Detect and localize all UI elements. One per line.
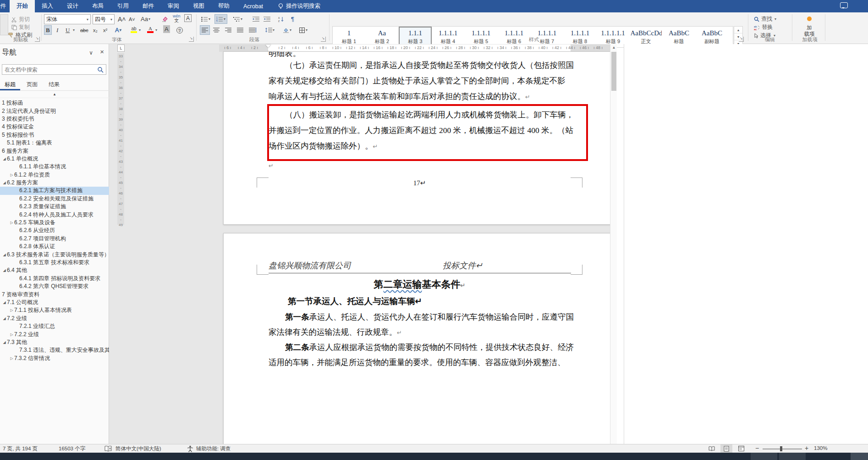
- paragraph-dialog-launcher[interactable]: ↘: [321, 37, 326, 42]
- font-family-combo[interactable]: 宋体▾: [44, 14, 91, 24]
- font-color-button[interactable]: A: [146, 25, 155, 34]
- shrink-font-button[interactable]: A˅: [127, 14, 137, 24]
- font-color-dropdown[interactable]: ▾: [155, 28, 157, 32]
- tell-me-search[interactable]: 操作说明搜索: [278, 0, 320, 12]
- chevron-down-icon[interactable]: ∨: [89, 50, 93, 56]
- grow-font-button[interactable]: A˄: [116, 14, 127, 24]
- italic-button[interactable]: I: [55, 25, 60, 35]
- clipboard-dialog-launcher[interactable]: ↘: [35, 37, 40, 42]
- tab-stop-selector[interactable]: L: [117, 44, 125, 52]
- superscript-button[interactable]: x²: [102, 25, 109, 35]
- web-layout-button[interactable]: [735, 444, 747, 453]
- distribute-button[interactable]: [247, 25, 258, 35]
- nav-heading-item[interactable]: 5 投标报价书: [0, 131, 109, 139]
- font-size-combo[interactable]: 四号▾: [93, 14, 115, 24]
- nav-heading-item[interactable]: 6.4.1 第四章 招标说明及资料要求: [0, 275, 109, 283]
- phonetic-guide-button[interactable]: wén文: [171, 13, 182, 23]
- comment-icon[interactable]: [840, 2, 848, 8]
- expanded-arrow-icon[interactable]: ◢: [2, 268, 7, 272]
- nav-heading-item[interactable]: ▷7.1.1 投标人基本情况表: [0, 306, 109, 314]
- expanded-arrow-icon[interactable]: ◢: [2, 300, 7, 305]
- highlight-dropdown[interactable]: ▾: [139, 28, 141, 32]
- character-border-button[interactable]: A: [184, 14, 192, 22]
- expanded-arrow-icon[interactable]: ◢: [2, 157, 7, 161]
- ribbon-tab-视图[interactable]: 视图: [186, 0, 211, 12]
- underline-button[interactable]: U: [64, 25, 71, 35]
- ribbon-tab-Acrobat[interactable]: Acrobat: [236, 0, 270, 12]
- collapsed-arrow-icon[interactable]: ▷: [9, 308, 14, 312]
- text-effects-button[interactable]: A▾: [114, 25, 123, 35]
- zoom-level[interactable]: 130%: [814, 445, 827, 451]
- ribbon-tab-邮件[interactable]: 邮件: [136, 0, 161, 12]
- bold-button[interactable]: B: [44, 25, 52, 35]
- word-count-status[interactable]: 16503 个字: [59, 445, 85, 452]
- document-page-1[interactable]: 明细表。 （七）承运责任期间，是指承运人自接受货物起至将货物交付收货人（包括按照…: [223, 51, 615, 225]
- align-left-button[interactable]: [200, 25, 210, 35]
- expanded-arrow-icon[interactable]: ◢: [2, 340, 7, 344]
- nav-heading-item[interactable]: 7 资格审查资料: [0, 290, 109, 298]
- zoom-slider-thumb[interactable]: [780, 446, 782, 451]
- nav-tab-页面[interactable]: 页面: [22, 79, 42, 90]
- font-dialog-launcher[interactable]: ↘: [189, 37, 194, 42]
- read-mode-button[interactable]: [706, 444, 718, 453]
- nav-heading-item[interactable]: 6.2.6 从业经历: [0, 227, 109, 234]
- nav-heading-item[interactable]: ◢6.4 其他: [0, 266, 109, 274]
- zoom-in-button[interactable]: +: [805, 444, 808, 452]
- sort-button[interactable]: AZ: [277, 14, 286, 24]
- character-shading-button[interactable]: A: [163, 25, 170, 33]
- nav-heading-item[interactable]: 6.3.1 第五章 技术标准和要求: [0, 259, 109, 266]
- bullets-button[interactable]: ▾: [200, 14, 212, 24]
- document-search-input[interactable]: [2, 67, 97, 73]
- nav-heading-item[interactable]: 6.2.3 质量保证措施: [0, 203, 109, 211]
- ribbon-tab-引用[interactable]: 引用: [110, 0, 136, 12]
- nav-heading-item[interactable]: 3 授权委托书: [0, 115, 109, 123]
- accessibility-status[interactable]: 辅助功能: 调查: [196, 445, 231, 452]
- align-center-button[interactable]: [212, 25, 221, 35]
- nav-heading-item[interactable]: 7.3.1 违法、违规、重大安全事故及其他不良...: [0, 346, 109, 354]
- collapsed-arrow-icon[interactable]: ▷: [9, 333, 14, 337]
- nav-heading-item[interactable]: 2 法定代表人身份证明: [0, 107, 109, 115]
- nav-heading-item[interactable]: ▷6.1.2 单位资质: [0, 171, 109, 179]
- scroll-up-icon[interactable]: ▲: [610, 44, 617, 51]
- highlight-button[interactable]: ab: [129, 25, 138, 34]
- strikethrough-button[interactable]: abc: [79, 25, 90, 35]
- line-spacing-button[interactable]: ▾: [264, 25, 276, 35]
- ribbon-tab-帮助[interactable]: 帮助: [211, 0, 236, 12]
- numbering-button[interactable]: 123▾: [214, 14, 227, 24]
- language-status[interactable]: 简体中文(中国大陆): [115, 445, 161, 452]
- vertical-scrollbar[interactable]: ▲: [610, 44, 617, 444]
- nav-heading-item[interactable]: ▷7.3.2 信誉情况: [0, 355, 109, 362]
- ribbon-tab-布局[interactable]: 布局: [85, 0, 110, 12]
- multilevel-list-button[interactable]: ▾: [232, 14, 244, 24]
- horizontal-ruler[interactable]: ı 6 ıı 4 ıı 2 ıı 2 ıı 4 ıı 6 ıı 8 ıı 10 …: [219, 44, 616, 52]
- justify-button[interactable]: [236, 25, 245, 35]
- zoom-slider-track[interactable]: [763, 449, 802, 449]
- styles-dialog-launcher[interactable]: ↘: [739, 37, 744, 42]
- nav-tab-标题[interactable]: 标题: [0, 79, 20, 90]
- addins-button[interactable]: 加 载项: [799, 16, 819, 37]
- underline-dropdown[interactable]: ▾: [73, 28, 75, 32]
- proofing-icon[interactable]: [104, 446, 112, 452]
- nav-heading-item[interactable]: ◢7.3 其他: [0, 338, 109, 346]
- gallery-up-icon[interactable]: ▴: [734, 27, 742, 33]
- nav-heading-item[interactable]: 6.2.1 施工方案与技术措施: [0, 187, 109, 194]
- expanded-arrow-icon[interactable]: ◢: [2, 253, 7, 257]
- decrease-indent-button[interactable]: [251, 14, 261, 24]
- ribbon-tab-文件[interactable]: 文件: [0, 0, 10, 12]
- replace-button[interactable]: abac 替换: [753, 23, 774, 32]
- expanded-arrow-icon[interactable]: ◢: [2, 316, 7, 321]
- vertical-ruler[interactable]: 33-34-35-36-37-38-39-40-41-42-43-44-45-4…: [117, 53, 124, 225]
- zoom-out-button[interactable]: −: [755, 444, 759, 452]
- nav-heading-item[interactable]: 6.1.1 单位基本情况: [0, 163, 109, 171]
- nav-heading-item[interactable]: 7.2.1 业绩汇总: [0, 322, 109, 330]
- nav-heading-item[interactable]: 6.2.7 项目管理机构: [0, 235, 109, 243]
- nav-heading-item[interactable]: ◢6.2 服务方案: [0, 179, 109, 187]
- nav-tab-结果[interactable]: 结果: [44, 79, 64, 90]
- nav-heading-item[interactable]: ◢7.2 业绩: [0, 315, 109, 322]
- subscript-button[interactable]: x₂: [92, 25, 99, 35]
- borders-button[interactable]: ▾: [298, 25, 309, 35]
- ribbon-tab-审阅[interactable]: 审阅: [161, 0, 186, 12]
- nav-heading-item[interactable]: ▷6.2.5 车辆及设备: [0, 219, 109, 227]
- nav-heading-item[interactable]: ▷7.2.2 业绩: [0, 330, 109, 338]
- ribbon-tab-开始[interactable]: 开始: [10, 0, 35, 12]
